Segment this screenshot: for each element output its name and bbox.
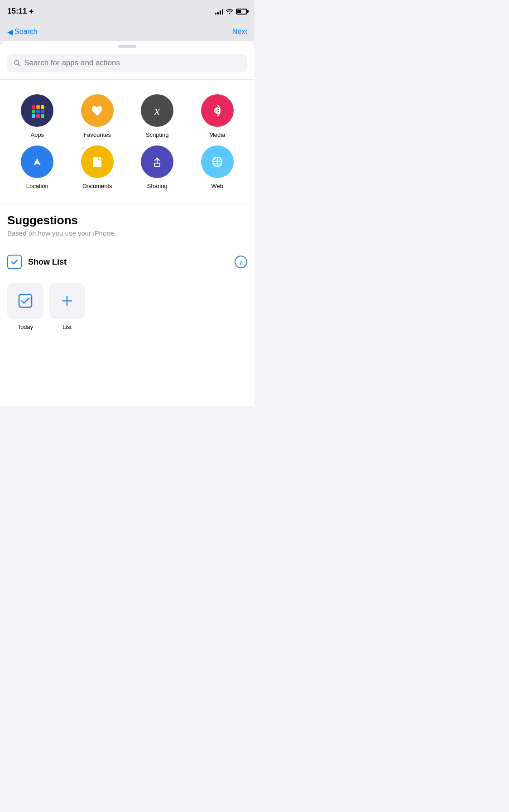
nav-bar: ◀ Search Next (0, 23, 254, 41)
sheet-handle (0, 41, 254, 50)
sharing-icon (141, 145, 173, 178)
list-label: List (62, 324, 72, 330)
location-indicator-icon (29, 9, 34, 14)
category-item-apps[interactable]: Apps (7, 91, 67, 142)
status-bar: 15:11 (0, 0, 254, 23)
svg-marker-13 (34, 158, 41, 165)
svg-rect-20 (19, 295, 32, 307)
svg-rect-10 (41, 114, 44, 118)
apps-icon (21, 94, 53, 127)
status-right (215, 9, 247, 14)
scripting-icon: x (141, 94, 173, 127)
info-label: i (240, 258, 242, 266)
suggestions-subtitle: Based on how you use your iPhone. (7, 229, 247, 237)
info-button[interactable]: i (235, 256, 247, 268)
svg-rect-4 (41, 105, 44, 109)
location-icon (21, 145, 53, 178)
category-item-location[interactable]: Location (7, 142, 67, 193)
today-label: Today (18, 324, 34, 330)
show-list-left: Show List (7, 255, 67, 269)
search-container (0, 50, 254, 79)
svg-rect-5 (32, 110, 35, 113)
bottom-sheet: Apps Favourites x Scripting (0, 41, 254, 406)
svg-line-1 (18, 64, 20, 66)
suggestion-items: Today List (0, 276, 254, 341)
svg-text:x: x (154, 104, 160, 117)
show-list-checkbox[interactable] (7, 255, 22, 269)
search-icon (14, 59, 20, 67)
handle-bar (118, 45, 136, 48)
svg-rect-3 (36, 105, 40, 109)
category-item-sharing[interactable]: Sharing (127, 142, 187, 193)
suggestions-section: Suggestions Based on how you use your iP… (0, 204, 254, 248)
apps-label: Apps (30, 131, 44, 138)
categories-grid: Apps Favourites x Scripting (0, 80, 254, 204)
show-list-row[interactable]: Show List i (0, 248, 254, 276)
svg-rect-7 (41, 110, 44, 113)
category-item-documents[interactable]: Documents (67, 142, 128, 193)
svg-rect-2 (32, 105, 35, 109)
signal-icon (215, 9, 223, 14)
scripting-label: Scripting (146, 131, 169, 138)
svg-rect-9 (36, 114, 40, 118)
category-item-media[interactable]: Media (187, 91, 248, 142)
location-label: Location (26, 183, 48, 189)
wifi-icon (226, 9, 233, 14)
search-bar[interactable] (7, 54, 247, 72)
back-chevron-icon: ◀ (7, 28, 13, 36)
back-button[interactable]: ◀ Search (7, 28, 38, 36)
media-icon (201, 94, 234, 127)
status-time: 15:11 (7, 7, 34, 16)
svg-rect-8 (32, 114, 35, 118)
web-label: Web (211, 183, 224, 189)
documents-icon (81, 145, 114, 178)
suggestion-item-list[interactable]: List (49, 283, 85, 330)
category-item-scripting[interactable]: x Scripting (127, 91, 187, 142)
web-icon (201, 145, 234, 178)
battery-icon (236, 9, 247, 14)
category-item-web[interactable]: Web (187, 142, 248, 193)
favourites-icon (81, 94, 114, 127)
search-input[interactable] (24, 58, 241, 68)
suggestions-title: Suggestions (7, 213, 247, 227)
category-item-favourites[interactable]: Favourites (67, 91, 128, 142)
next-label: Next (232, 28, 247, 35)
today-icon-box (7, 283, 43, 319)
documents-label: Documents (82, 183, 112, 189)
next-button[interactable]: Next (232, 28, 247, 36)
time-label: 15:11 (7, 7, 27, 16)
favourites-label: Favourites (83, 131, 111, 138)
svg-rect-6 (36, 110, 40, 113)
list-icon-box (49, 283, 85, 319)
back-label: Search (14, 28, 38, 36)
media-label: Media (209, 131, 225, 138)
sharing-label: Sharing (147, 183, 168, 189)
show-list-label: Show List (28, 257, 67, 267)
suggestion-item-today[interactable]: Today (7, 283, 43, 330)
svg-rect-15 (154, 163, 160, 166)
